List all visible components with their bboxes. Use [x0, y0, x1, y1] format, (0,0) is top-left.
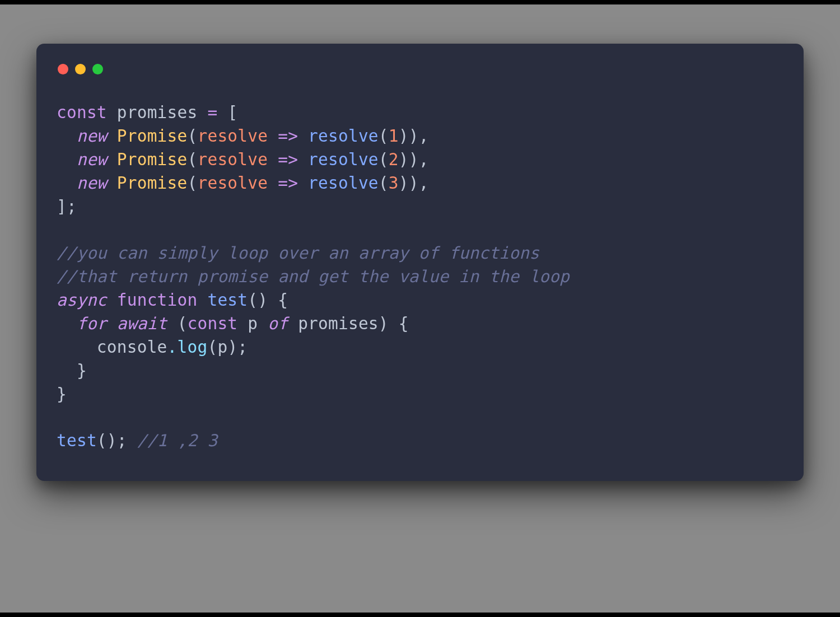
- comment-output: //1 ,2 3: [137, 431, 218, 450]
- num-3: 3: [389, 174, 399, 193]
- comment-line-2: //that return promise and get the value …: [57, 267, 570, 286]
- kw-function: function: [117, 291, 198, 310]
- num-1: 1: [389, 127, 399, 146]
- call-resolve: resolve: [308, 150, 379, 169]
- bracket-open: [: [227, 103, 237, 122]
- method-log: log: [178, 338, 208, 357]
- comment-line-1: //you can simply loop over an array of f…: [57, 244, 539, 263]
- num-2: 2: [389, 150, 399, 169]
- var-p: p: [248, 314, 258, 333]
- class-promise: Promise: [117, 127, 188, 146]
- var-p: p: [217, 338, 227, 357]
- kw-new: new: [77, 150, 107, 169]
- kw-async: async: [57, 291, 107, 310]
- kw-of: of: [268, 314, 288, 333]
- kw-const: const: [57, 103, 107, 122]
- close-icon[interactable]: [58, 64, 68, 74]
- class-promise: Promise: [117, 150, 188, 169]
- kw-new: new: [77, 127, 107, 146]
- call-resolve: resolve: [308, 127, 379, 146]
- bracket-close: ];: [57, 197, 77, 216]
- obj-console: console: [97, 338, 167, 357]
- code-block: const promises = [ new Promise(resolve =…: [57, 101, 783, 453]
- var-promises: promises: [117, 103, 198, 122]
- kw-for: for: [77, 314, 107, 333]
- param-resolve: resolve: [197, 174, 268, 193]
- arrow: =>: [278, 127, 298, 146]
- class-promise: Promise: [117, 174, 188, 193]
- brace-close: }: [77, 361, 87, 380]
- kw-await: await: [117, 314, 167, 333]
- fn-test: test: [207, 291, 248, 310]
- letterbox-top: [0, 0, 840, 4]
- param-resolve: resolve: [197, 150, 268, 169]
- call-test: test: [57, 431, 97, 450]
- traffic-lights: [57, 60, 783, 74]
- call-resolve: resolve: [308, 174, 379, 193]
- kw-const: const: [188, 314, 238, 333]
- canvas: const promises = [ new Promise(resolve =…: [0, 4, 840, 613]
- minimize-icon[interactable]: [75, 64, 86, 74]
- code-window: const promises = [ new Promise(resolve =…: [36, 44, 804, 481]
- var-promises: promises: [298, 314, 379, 333]
- maximize-icon[interactable]: [92, 64, 103, 74]
- op-eq: =: [207, 103, 217, 122]
- letterbox-bottom: [0, 613, 840, 617]
- arrow: =>: [278, 174, 298, 193]
- arrow: =>: [278, 150, 298, 169]
- brace-close: }: [57, 385, 67, 404]
- kw-new: new: [77, 174, 107, 193]
- param-resolve: resolve: [197, 127, 268, 146]
